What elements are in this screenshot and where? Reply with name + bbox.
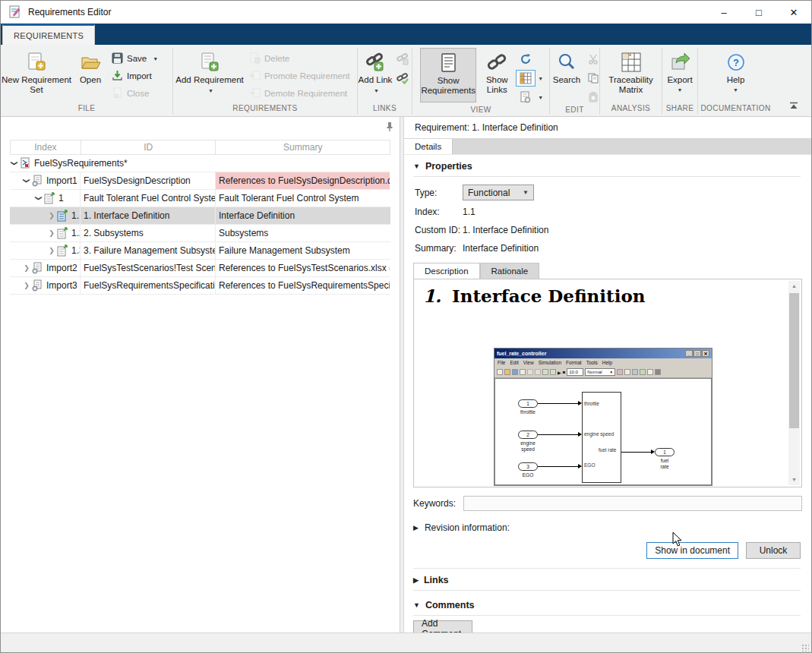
description-scrollbar[interactable]: ▲ ▼ [788, 281, 800, 485]
tab-description[interactable]: Description [413, 263, 480, 279]
table-row-1-1-selected[interactable]: ❯ 1.1 1. Interface Definition Interface … [10, 207, 390, 225]
collapse-triangle-icon: ▼ [413, 162, 420, 170]
add-link-icon [365, 49, 386, 75]
divider [413, 568, 801, 569]
index-label: Index: [415, 207, 463, 217]
tab-requirements[interactable]: REQUIREMENTS [2, 24, 95, 45]
type-label: Type: [415, 188, 463, 198]
pin-icon[interactable] [386, 121, 393, 134]
new-requirement-set-label: New Requirement Set [1, 75, 72, 95]
scroll-up-icon[interactable]: ▲ [788, 281, 800, 292]
embed-toolbar: ▶■ 10.0 Normal▼ [494, 367, 712, 378]
scroll-down-icon[interactable]: ▼ [788, 475, 800, 485]
expander-icon[interactable]: ❯ [47, 229, 56, 237]
embed-sim-mode: Normal▼ [585, 368, 615, 376]
export-label: Export [667, 75, 692, 85]
table-row-1[interactable]: ❯ 1 Fault Tolerant Fuel Control System F… [10, 190, 390, 207]
collapse-triangle-icon: ▼ [413, 601, 420, 609]
traceability-matrix-button[interactable]: Traceability Matrix [602, 48, 661, 103]
expander-icon[interactable]: ❯ [47, 247, 56, 254]
cell-id: FuelSysRequirementsSpecification [81, 277, 216, 294]
open-label: Open [80, 75, 101, 85]
links-section-header[interactable]: ▶ Links [413, 570, 802, 590]
collapse-ribbon-button[interactable] [785, 99, 802, 112]
tab-rationale[interactable]: Rationale [480, 263, 540, 279]
export-button[interactable]: Export ▼ [663, 48, 697, 103]
import-button[interactable]: Import [109, 68, 169, 84]
column-header-index[interactable]: Index [11, 140, 81, 154]
show-in-document-button[interactable]: Show in document [646, 542, 738, 559]
columns-icon [520, 72, 532, 84]
resize-grip[interactable] [801, 644, 809, 651]
maximize-button[interactable]: □ [741, 1, 776, 24]
comments-section-header[interactable]: ▼ Comments [413, 595, 802, 615]
expander-icon[interactable]: ❯ [35, 194, 43, 203]
columns-dropdown-arrow[interactable]: ▼ [538, 76, 543, 81]
requirements-editor-window: Requirements Editor – □ ✕ REQUIREMENTS N… [0, 0, 812, 653]
save-dropdown-arrow: ▼ [153, 56, 158, 62]
show-requirements-button[interactable]: Show Requirements [420, 48, 476, 103]
requirement-set-icon [19, 157, 31, 169]
expander-icon[interactable]: ❯ [22, 264, 31, 272]
mouse-cursor [672, 532, 683, 550]
column-header-summary[interactable]: Summary [216, 140, 390, 154]
table-row-root[interactable]: ❯ FuelSysRequirements* [10, 155, 390, 172]
refresh-button[interactable] [516, 51, 536, 68]
search-button[interactable]: Search [550, 48, 583, 103]
add-comment-button[interactable]: Add Comment [413, 620, 472, 632]
search-label: Search [553, 75, 580, 85]
keywords-input[interactable] [463, 496, 802, 511]
summary-label: Summary: [415, 243, 463, 254]
check-links-button[interactable] [393, 70, 412, 87]
status-bar [1, 632, 811, 653]
save-button[interactable]: Save ▼ [109, 51, 169, 66]
cell-summary: References to FuelSysDesignDescription.d… [216, 172, 390, 189]
type-dropdown[interactable]: Functional ▼ [463, 185, 534, 200]
expander-icon[interactable]: ❯ [11, 159, 18, 168]
cell-index: Import2 [46, 263, 77, 273]
inport-throttle: 1 [518, 399, 538, 408]
requirement-icon [56, 227, 68, 239]
tab-details[interactable]: Details [404, 139, 453, 154]
help-button[interactable]: ? Help ▼ [719, 48, 753, 103]
demote-requirement-label: Demote Requirement [264, 89, 347, 98]
add-link-button[interactable]: Add Link ▼ [358, 48, 393, 103]
ribbon: New Requirement Set Open Save ▼ [1, 45, 811, 117]
embed-menubar: FileEditViewSimulationFormatToolsHelp [494, 358, 712, 367]
close-button[interactable]: ✕ [776, 1, 811, 24]
add-requirement-button[interactable]: Add Requirement ▼ [173, 48, 246, 103]
view-settings-dropdown-arrow[interactable]: ▼ [538, 95, 543, 100]
minimize-button[interactable]: – [706, 1, 741, 24]
ribbon-group-file: New Requirement Set Open Save ▼ [1, 45, 172, 116]
expander-icon[interactable]: ❯ [23, 176, 30, 185]
expand-triangle-icon: ▶ [413, 524, 419, 532]
unlock-button[interactable]: Unlock [746, 542, 801, 559]
add-link-dropdown-arrow: ▼ [374, 88, 379, 93]
import-icon [112, 70, 123, 83]
new-requirement-set-icon [27, 49, 46, 75]
requirement-icon [56, 244, 68, 257]
expander-icon[interactable]: ❯ [47, 212, 56, 219]
demote-requirement-button: Demote Requirement [246, 86, 357, 101]
column-header-id[interactable]: ID [81, 140, 216, 154]
requirement-icon-selected [56, 210, 68, 222]
revision-information-toggle[interactable]: ▶ Revision information: [413, 522, 802, 533]
import-node-icon [31, 175, 43, 187]
description-content[interactable]: 1.Interface Definition fuel_rate_control… [413, 279, 802, 487]
properties-section-header[interactable]: ▼ Properties [413, 156, 802, 176]
search-icon [557, 49, 577, 75]
columns-view-button[interactable] [516, 70, 536, 87]
open-button[interactable]: Open [72, 48, 109, 103]
table-row-1-2[interactable]: ❯ 1.2 2. Subsystems Subsystems [10, 225, 390, 242]
export-icon [669, 49, 690, 75]
table-row-import3[interactable]: ❯ Import3 FuelSysRequirementsSpecificati… [10, 277, 390, 295]
show-links-button[interactable]: Show Links [481, 48, 513, 103]
table-row-import2[interactable]: ❯ Import2 FuelSysTestScenarios!Test Scen… [10, 260, 390, 277]
view-settings-button[interactable] [516, 89, 536, 106]
expander-icon[interactable]: ❯ [22, 282, 31, 289]
cell-summary: References to FuelSysTestScenarios.xlsx … [216, 260, 390, 276]
new-requirement-set-button[interactable]: New Requirement Set [1, 48, 72, 103]
scrollbar-thumb[interactable] [789, 293, 799, 428]
table-row-1-3[interactable]: ❯ 1.3 3. Failure Management Subsystem Fa… [10, 242, 390, 260]
table-row-import1[interactable]: ❯ Import1 FuelSysDesignDescription Refer… [10, 172, 390, 190]
